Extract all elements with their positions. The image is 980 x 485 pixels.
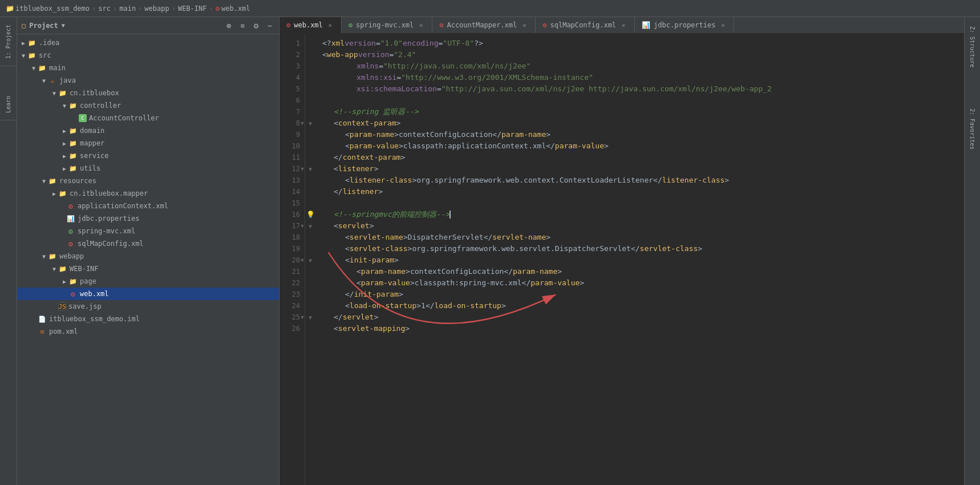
tree-item-resources[interactable]: ▼ 📁 resources [17,175,279,187]
tree-item-page[interactable]: ▶ 📁 page [17,275,279,288]
line-num-10: 10 [280,140,305,152]
code-line-11: </context-param> [322,152,980,163]
tab-sqlmap[interactable]: ⚙ sqlMapConfig.xml × [536,17,635,33]
code-line-19: <servlet-class> org.springframework.web.… [322,243,980,254]
lightbulb-icon[interactable]: 💡 [306,211,315,219]
tree-item-jdbc-properties[interactable]: 📊 jdbc.properties [17,212,279,225]
line-num-18: 18 [280,232,305,243]
tree-item-controller[interactable]: ▼ 📁 controller [17,99,279,112]
tree-item-spring-mvc-xml[interactable]: ⚙ spring-mvc.xml [17,225,279,237]
dropdown-arrow[interactable]: ▼ [62,22,65,29]
tree-item-main[interactable]: ▼ 📁 main [17,62,279,74]
tree-item-src[interactable]: ▼ 📁 src [17,49,279,62]
breadcrumb-part-2[interactable]: src [98,5,111,13]
project-label: 1: Project [5,22,11,62]
tab-close-jdbc[interactable]: × [719,21,727,29]
tab-label-sqlmap: sqlMapConfig.xml [550,21,617,29]
code-line-4: xmlns:xsi="http://www.w3.org/2001/XMLSch… [322,72,980,83]
left-sidebar-strip: 1: Project Learn [0,17,17,485]
tab-close-spring-mvc[interactable]: × [417,21,425,29]
tree-item-idea[interactable]: ▶ 📁 .idea [17,37,279,49]
breadcrumb-part-1[interactable]: itbluebox_ssm_demo [15,5,90,13]
tab-web-xml[interactable]: ⚙ web.xml × [280,17,342,33]
tab-close-web-xml[interactable]: × [326,21,334,29]
code-line-6 [322,95,980,106]
minimize-btn[interactable]: − [265,21,274,30]
code-line-7: <!--spring 监听器--> [322,106,980,118]
code-line-23: </init-param> [322,289,980,300]
code-line-5: xsi:schemaLocation="http://java.sun.com/… [322,83,980,95]
code-line-18: <servlet-name> DispatcherServlet </servl… [322,232,980,243]
tab-spring-mvc[interactable]: ⚙ spring-mvc.xml × [342,17,432,33]
line-num-17: 17▼ [280,220,305,232]
sidebar-item-learn[interactable]: Learn [0,91,17,118]
tree-item-webapp[interactable]: ▼ 📁 webapp [17,250,279,262]
line-num-5: 5 [280,83,305,95]
breadcrumb-part-3[interactable]: main [119,5,136,13]
breadcrumb-part-4[interactable]: webapp [144,5,169,13]
tab-account-mapper[interactable]: ⚙ AccountMapper.xml × [432,17,536,33]
code-content[interactable]: <?xml version="1.0" encoding="UTF-8" ?> … [315,34,980,485]
sidebar-favorites[interactable]: 2: Favorites [965,99,980,159]
sidebar-item-project[interactable]: 1: Project [0,20,17,63]
breadcrumb-sep-1: › [92,5,96,13]
title-bar: 📁 itbluebox_ssm_demo › src › main › weba… [0,0,980,17]
tabs-bar: ⚙ web.xml × ⚙ spring-mvc.xml × ⚙ Account… [280,17,980,34]
settings-btn[interactable]: ⚙ [252,21,261,30]
code-line-20: <init-param> [322,254,980,266]
line-num-16: 16 [280,209,305,220]
code-line-10: <param-value> classpath:applicationConte… [322,140,980,152]
tab-jdbc[interactable]: 📊 jdbc.properties × [635,17,734,33]
line-num-4: 4 [280,72,305,83]
gutter-area: ▼ ▼ 💡 ▼ ▼ ▼ [305,34,315,485]
tab-close-sqlmap[interactable]: × [619,21,627,29]
tree-item-sqlmap-xml[interactable]: ⚙ sqlMapConfig.xml [17,237,279,250]
code-line-3: xmlns="http://java.sun.com/xml/ns/j2ee" [322,60,980,72]
code-line-13: <listener-class> org.springframework.web… [322,175,980,186]
tree-item-web-xml[interactable]: ⚙ web.xml [17,288,279,300]
line-num-22: 22 [280,277,305,289]
line-num-11: 11 [280,152,305,163]
favorites-label: 2: Favorites [969,104,975,154]
breadcrumb-sep-2: › [113,5,117,13]
line-num-2: 2 [280,49,305,60]
line-num-15: 15 [280,197,305,209]
tree-item-java[interactable]: ▼ ☕ java [17,74,279,87]
tab-label-spring-mvc: spring-mvc.xml [356,21,414,29]
sidebar-structure[interactable]: Z: Structure [965,17,980,76]
code-line-16: <!--springmvc的前端控制器--> [322,209,980,220]
tree-item-webinf[interactable]: ▼ 📁 WEB-INF [17,262,279,275]
line-num-6: 6 [280,95,305,106]
tree-item-appcontext-xml[interactable]: ⚙ applicationContext.xml [17,200,279,212]
tree-item-cn-itbluebox-mapper[interactable]: ▶ 📁 cn.itbluebox.mapper [17,187,279,200]
tree-item-account-controller[interactable]: C AccountController [17,112,279,124]
tab-close-account-mapper[interactable]: × [520,21,528,29]
line-num-23: 23 [280,289,305,300]
right-sidebar-strip: Z: Structure 2: Favorites [964,17,980,485]
tree-item-iml[interactable]: 📄 itbluebox_ssm_demo.iml [17,313,279,325]
line-num-1: 1 [280,38,305,49]
code-line-26: <servlet-mapping> [322,323,980,334]
tree-item-cn-itbluebox[interactable]: ▼ 📁 cn.itbluebox [17,87,279,99]
add-btn[interactable]: ⊕ [224,21,233,30]
folder-icon: ▢ [22,22,26,30]
breadcrumb-part-5[interactable]: WEB-INF [178,5,207,13]
line-num-26: 26 [280,323,305,334]
tree-item-mapper[interactable]: ▶ 📁 mapper [17,137,279,149]
file-tree-header: ▢ Project ▼ ⊕ ≡ ⚙ − [17,17,279,34]
tree-item-service[interactable]: ▶ 📁 service [17,149,279,162]
line-num-13: 13 [280,175,305,186]
tab-label-web-xml: web.xml [294,21,323,29]
breadcrumb-part-6[interactable]: web.xml [221,5,250,13]
collapse-btn[interactable]: ≡ [238,21,247,30]
line-num-3: 3 [280,60,305,72]
line-num-14: 14 [280,186,305,197]
code-line-21: <param-name> contextConfigLocation </par… [322,266,980,277]
tree-item-save-jsp[interactable]: JS save.jsp [17,300,279,313]
code-line-17: <servlet> [322,220,980,232]
tree-item-pom-xml[interactable]: m pom.xml [17,325,279,338]
tab-label-jdbc: jdbc.properties [654,21,715,29]
tree-item-domain[interactable]: ▶ 📁 domain [17,124,279,137]
file-tree-panel: ▢ Project ▼ ⊕ ≡ ⚙ − ▶ 📁 .idea ▼ 📁 [17,17,280,485]
tree-item-utils[interactable]: ▶ 📁 utils [17,162,279,175]
